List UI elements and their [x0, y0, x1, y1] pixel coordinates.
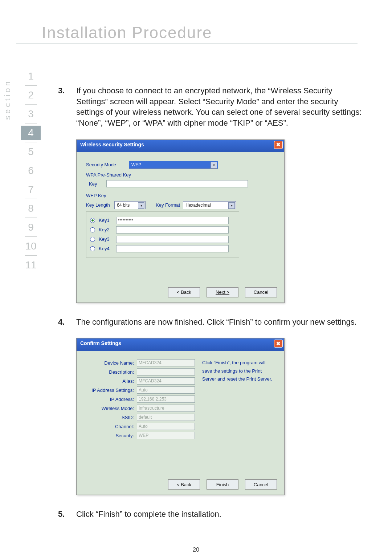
section-nav-3[interactable]: 3: [21, 107, 41, 121]
wep-key1-input[interactable]: ••••••••••: [116, 217, 229, 224]
cancel-label: Cancel: [254, 289, 268, 296]
wep-key3-radio[interactable]: [90, 237, 95, 242]
cancel-button[interactable]: Cancel: [245, 287, 277, 297]
alias-value: MFCAD324: [137, 377, 195, 385]
summary-label: Security:: [115, 433, 134, 439]
channel-value: Auto: [137, 423, 195, 430]
section-label: section: [3, 79, 12, 120]
section-nav-num: 3: [28, 108, 34, 120]
wep-key4-input[interactable]: [116, 245, 229, 252]
section-nav-num: 4: [28, 127, 34, 139]
page-number: 20: [0, 547, 392, 553]
key-format-label: Key Format: [156, 202, 180, 208]
confirm-settings-dialog: Confirm Settings ✖ Device Name:MFCAD324 …: [76, 338, 285, 495]
summary-label: Description:: [109, 369, 134, 376]
device-name-value: MFCAD324: [137, 359, 195, 366]
back-label: < Back: [177, 289, 191, 296]
wep-key2-radio[interactable]: [90, 227, 95, 232]
wep-key-row: Key2: [90, 226, 235, 234]
step-5: 5. Click “Finish” to complete the instal…: [58, 509, 363, 520]
security-mode-label: Security Mode: [86, 162, 126, 168]
step-text: The configurations are now finished. Cli…: [76, 317, 363, 328]
finish-button[interactable]: Finish: [207, 479, 238, 490]
summary-label: IP Address:: [110, 396, 134, 403]
section-nav-9[interactable]: 9: [21, 220, 41, 235]
wep-section-label: WEP Key: [86, 192, 275, 199]
ssid-value: default: [137, 414, 195, 421]
chevron-down-icon: ▾: [138, 202, 144, 209]
wep-key-label: Key4: [99, 245, 113, 252]
wep-key-label: Key2: [99, 227, 113, 233]
section-nav-8[interactable]: 8: [21, 201, 41, 216]
section-nav-4[interactable]: 4: [21, 126, 41, 140]
section-nav-num: 7: [28, 184, 34, 195]
cancel-label: Cancel: [254, 482, 268, 488]
chevron-down-icon: ▾: [211, 162, 217, 169]
wep-key1-radio[interactable]: [90, 218, 95, 223]
chevron-down-icon: ▾: [228, 202, 235, 209]
section-nav-num: 8: [28, 203, 34, 214]
step-num: 4.: [58, 317, 69, 328]
wep-key-row: Key3: [90, 236, 235, 243]
back-label: < Back: [177, 482, 191, 488]
security-value: WEP: [137, 432, 195, 439]
ip-settings-value: Auto: [137, 386, 195, 394]
step-num: 5.: [58, 509, 69, 520]
wep-key-label: Key3: [99, 236, 113, 243]
key-format-select[interactable]: Hexadecimal ▾: [183, 201, 236, 209]
wpa-key-input[interactable]: [106, 180, 248, 187]
summary-label: Device Name:: [104, 360, 134, 366]
wpa-section-label: WPA Pre-Shared Key: [86, 172, 275, 178]
dialog-title: Confirm Settings: [80, 340, 121, 346]
back-button[interactable]: < Back: [168, 287, 200, 297]
section-nav-11[interactable]: 11: [21, 258, 41, 272]
key-format-value: Hexadecimal: [185, 202, 211, 208]
section-nav-2[interactable]: 2: [21, 88, 41, 102]
wep-key-label: Key1: [99, 217, 113, 224]
section-nav-num: 5: [28, 146, 34, 158]
wpa-key-label: Key: [89, 181, 103, 187]
wep-key4-radio[interactable]: [90, 246, 95, 251]
next-button[interactable]: Next >: [207, 287, 238, 297]
dialog-titlebar: Confirm Settings ✖: [77, 338, 284, 351]
section-nav-num: 1: [28, 70, 34, 82]
section-nav-num: 2: [28, 89, 34, 101]
close-icon[interactable]: ✖: [274, 340, 283, 348]
section-nav-num: 6: [28, 165, 34, 176]
step-3: 3. If you choose to connect to an encryp…: [58, 85, 363, 129]
section-nav-7[interactable]: 7: [21, 182, 41, 197]
confirm-instruction-text: Click “Finish”, the program will save th…: [202, 357, 275, 441]
wep-key2-input[interactable]: [116, 226, 229, 234]
close-icon[interactable]: ✖: [274, 141, 283, 149]
wireless-mode-value: Infrastructure: [137, 405, 195, 412]
step-text: If you choose to connect to an encrypted…: [76, 85, 363, 129]
step-4: 4. The configurations are now finished. …: [58, 317, 363, 328]
summary-label: Wireless Mode:: [101, 405, 134, 412]
summary-label: Channel:: [115, 423, 134, 430]
summary-label: Alias:: [122, 378, 134, 385]
section-nav-num: 11: [25, 259, 36, 271]
page-title: Installation Procedure: [42, 24, 212, 42]
step-text: Click “Finish” to complete the installat…: [76, 509, 363, 520]
cancel-button[interactable]: Cancel: [245, 479, 277, 490]
section-nav-num: 10: [25, 240, 36, 252]
description-value: [137, 368, 195, 376]
key-length-select[interactable]: 64 bits ▾: [114, 201, 146, 209]
key-length-value: 64 bits: [117, 202, 130, 208]
security-mode-value: WEP: [131, 162, 141, 168]
summary-label: IP Address Settings:: [91, 387, 134, 394]
section-nav: section 1 2 3 4 5 6 7 8 9 10 11: [7, 69, 39, 277]
section-nav-6[interactable]: 6: [21, 163, 41, 178]
section-nav-num: 9: [28, 222, 34, 233]
step-num: 3.: [58, 85, 69, 96]
dialog-titlebar: Wireless Security Settings ✖: [77, 140, 284, 152]
security-mode-select[interactable]: WEP ▾: [129, 161, 218, 169]
wep-key3-input[interactable]: [116, 236, 229, 243]
title-rule: [16, 44, 358, 44]
back-button[interactable]: < Back: [168, 479, 200, 490]
ip-address-value: 192.168.2.253: [137, 395, 195, 403]
section-nav-10[interactable]: 10: [21, 239, 41, 253]
next-label: Next >: [216, 289, 229, 296]
section-nav-5[interactable]: 5: [21, 145, 41, 159]
section-nav-1[interactable]: 1: [21, 69, 41, 84]
